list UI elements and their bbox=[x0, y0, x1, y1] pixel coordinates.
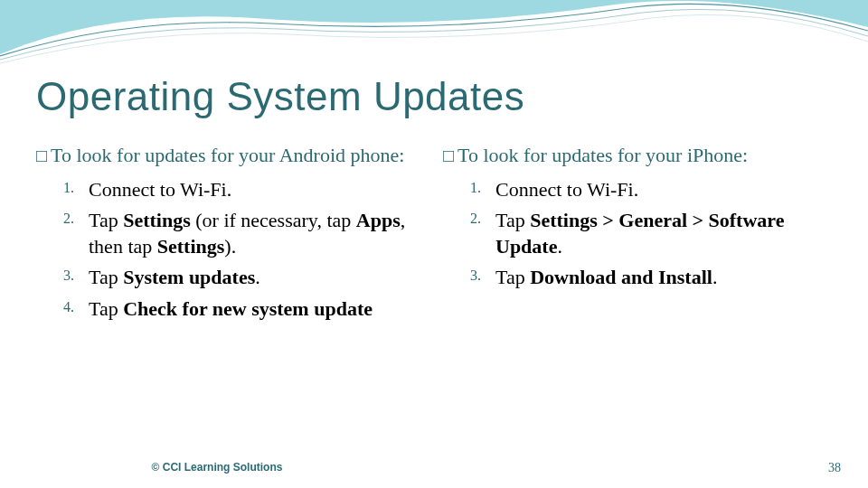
step-item: 4.Tap Check for new system update bbox=[63, 296, 425, 323]
bullet-icon: □ bbox=[443, 145, 454, 170]
step-item: 2.Tap Settings > General > Software Upda… bbox=[470, 208, 832, 259]
step-text: Tap Settings > General > Software Update… bbox=[495, 209, 784, 258]
right-intro-text: To look for updates for your iPhone: bbox=[458, 143, 748, 168]
step-text: Tap Settings (or if necessary, tap Apps,… bbox=[89, 209, 405, 258]
step-number: 3. bbox=[63, 267, 74, 286]
step-number: 3. bbox=[470, 267, 481, 286]
bullet-icon: □ bbox=[36, 145, 47, 170]
step-number: 2. bbox=[63, 210, 74, 229]
step-item: 1.Connect to Wi-Fi. bbox=[470, 177, 832, 203]
step-text: Tap Check for new system update bbox=[89, 297, 373, 320]
step-item: 1.Connect to Wi-Fi. bbox=[63, 177, 425, 203]
left-intro: □ To look for updates for your Android p… bbox=[36, 143, 425, 168]
slide-title: Operating System Updates bbox=[36, 74, 524, 119]
step-number: 1. bbox=[63, 179, 74, 198]
step-item: 2.Tap Settings (or if necessary, tap App… bbox=[63, 208, 425, 259]
left-intro-text: To look for updates for your Android pho… bbox=[51, 143, 404, 168]
step-text: Tap Download and Install. bbox=[495, 266, 717, 288]
right-steps: 1.Connect to Wi-Fi.2.Tap Settings > Gene… bbox=[443, 177, 832, 291]
left-column: □ To look for updates for your Android p… bbox=[36, 143, 425, 327]
step-text: Connect to Wi-Fi. bbox=[89, 178, 231, 201]
step-item: 3.Tap System updates. bbox=[63, 265, 425, 291]
right-intro: □ To look for updates for your iPhone: bbox=[443, 143, 832, 168]
page-number: 38 bbox=[828, 461, 841, 475]
step-number: 2. bbox=[470, 210, 481, 229]
footer-copyright: © CCI Learning Solutions bbox=[0, 461, 434, 474]
right-column: □ To look for updates for your iPhone: 1… bbox=[443, 143, 832, 327]
step-number: 4. bbox=[63, 298, 74, 317]
left-steps: 1.Connect to Wi-Fi.2.Tap Settings (or if… bbox=[36, 177, 425, 323]
step-text: Connect to Wi-Fi. bbox=[495, 178, 638, 201]
step-number: 1. bbox=[470, 179, 481, 198]
content-columns: □ To look for updates for your Android p… bbox=[36, 143, 832, 327]
step-text: Tap System updates. bbox=[89, 266, 260, 288]
step-item: 3.Tap Download and Install. bbox=[470, 265, 832, 291]
